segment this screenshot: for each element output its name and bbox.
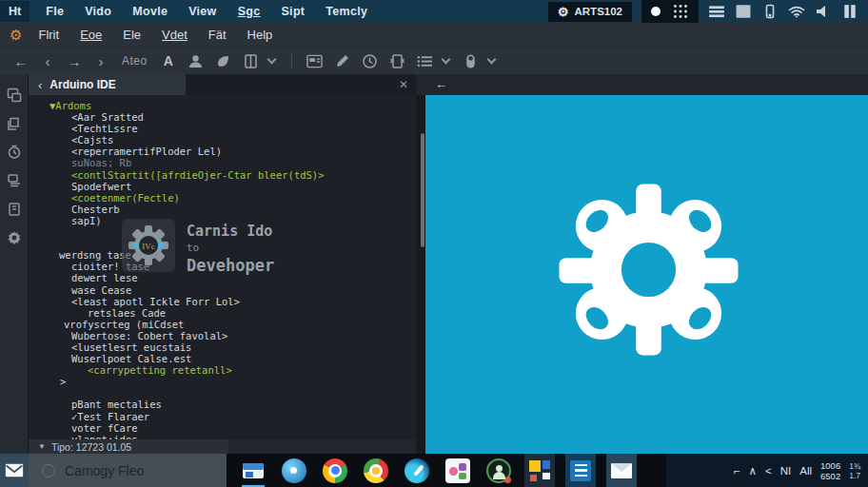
- arts-status-box[interactable]: ⚙ ARTS102: [548, 2, 632, 22]
- code-line: <TechtLssre: [29, 123, 416, 134]
- start-button[interactable]: [0, 454, 29, 487]
- editor-status-bar[interactable]: ▼ Tipo: 12723 01.05: [29, 439, 416, 454]
- menu-item-temcly[interactable]: Temcly: [326, 5, 367, 18]
- code-line: <coetenmer(Fectle): [29, 192, 416, 204]
- tray-chevron-icon[interactable]: <: [765, 465, 772, 477]
- app-menu-fat[interactable]: Fät: [208, 28, 227, 42]
- app-menu-ele[interactable]: Ele: [123, 28, 141, 42]
- tab-arduino-ide[interactable]: ‹ Arduino IDE: [29, 74, 186, 95]
- history-clock-icon[interactable]: [7, 145, 22, 160]
- chevron-left-icon[interactable]: ‹: [36, 53, 59, 69]
- code-line: vrofyscrteg (miCdset: [29, 319, 416, 330]
- close-icon[interactable]: ✕: [399, 78, 408, 91]
- layers-icon[interactable]: [7, 173, 22, 188]
- taskbar-people[interactable]: [483, 454, 514, 487]
- status-text: Tipo: 12723 01.05: [51, 441, 131, 453]
- package-icon[interactable]: [7, 202, 22, 217]
- chevron-down-icon[interactable]: [266, 55, 276, 65]
- code-line: Chesterb: [29, 204, 416, 215]
- taskbar-file-explorer[interactable]: [238, 454, 268, 487]
- code-line: ✓Test Flaraer: [29, 411, 416, 422]
- toolbar-divider: [291, 53, 292, 68]
- system-tray: ⌐ ∧ < NI All 1006 6502 1¾ 1.7: [666, 454, 868, 487]
- tiles-icon: [529, 460, 550, 481]
- volume-icon[interactable]: [815, 4, 832, 19]
- file-explorer-icon: [241, 458, 266, 483]
- tray-clock[interactable]: 1006 6502: [820, 460, 840, 481]
- tray-mini-status[interactable]: 1¾ 1.7: [849, 461, 860, 480]
- edge-pen-icon: [404, 458, 429, 483]
- code-line: pBant mectalies: [29, 399, 416, 410]
- right-panel-header: ←: [416, 74, 868, 95]
- back-arrow-icon[interactable]: ←: [10, 53, 32, 69]
- menu-item-video[interactable]: Vido: [85, 5, 111, 18]
- code-line: voter fCare: [29, 422, 416, 434]
- tray-up-icon[interactable]: ∧: [749, 464, 757, 477]
- image-icon[interactable]: [306, 53, 323, 69]
- panel-back-arrow-icon[interactable]: ←: [435, 77, 447, 91]
- menu-item-sgc[interactable]: Sgc: [238, 5, 261, 18]
- forward-arrow-icon[interactable]: →: [63, 53, 86, 69]
- status-expand-icon[interactable]: ▼: [38, 442, 46, 451]
- window-square-icon[interactable]: [735, 4, 752, 19]
- chevron-down-icon[interactable]: [441, 55, 450, 65]
- taskbar-search[interactable]: Camogy Fleo: [29, 454, 227, 487]
- toggle-icon[interactable]: [463, 53, 479, 69]
- tray-lang-ni[interactable]: NI: [780, 465, 792, 477]
- tab-back-icon[interactable]: ‹: [38, 78, 42, 92]
- code-line: suNoas; Rb: [29, 157, 416, 168]
- user-icon[interactable]: [187, 53, 204, 69]
- indicator-box[interactable]: [641, 0, 699, 23]
- taskbar-chrome[interactable]: [320, 454, 350, 487]
- app-menu-foe[interactable]: Eoe: [80, 28, 102, 42]
- code-line: Spodefwert: [29, 181, 416, 192]
- code-line: <least apotl Ickle Forr Lol>: [29, 296, 416, 307]
- bold-a-button[interactable]: A: [157, 53, 180, 68]
- scrollbar-thumb[interactable]: [421, 133, 424, 247]
- mail-envelope-icon: [611, 463, 632, 478]
- mini-top: 1¾: [849, 461, 860, 471]
- book-icon[interactable]: [243, 53, 259, 69]
- tray-lang-all[interactable]: All: [799, 465, 812, 477]
- circle-indicator-icon: [651, 7, 661, 16]
- list-icon[interactable]: [417, 53, 433, 69]
- menu-item-movie[interactable]: Movle: [132, 5, 168, 18]
- clock-icon[interactable]: [362, 53, 378, 69]
- gear-icon: ⚙: [558, 5, 569, 19]
- pages-icon[interactable]: [7, 116, 22, 131]
- settings-gear-icon[interactable]: [7, 230, 22, 245]
- wifi-icon[interactable]: [788, 4, 805, 19]
- chevron-down-icon[interactable]: [486, 55, 496, 65]
- address-label[interactable]: Ateo: [122, 54, 148, 68]
- leaf-icon[interactable]: [215, 53, 231, 69]
- code-area[interactable]: ▼Ardoms <Aar Sratted <TechtLssre <Cajsts…: [29, 95, 416, 439]
- tray-hide-icon[interactable]: ⌐: [734, 465, 740, 477]
- taskbar-browser2[interactable]: [361, 454, 391, 487]
- app-menu-vdet[interactable]: Vdet: [162, 28, 187, 42]
- doc-arrows-icon[interactable]: [389, 53, 405, 69]
- pause-icon[interactable]: [841, 4, 858, 19]
- app-menu-help[interactable]: Help: [247, 28, 273, 42]
- app-menu-print[interactable]: Flrit: [38, 28, 59, 42]
- taskbar-tiles-app[interactable]: [524, 454, 555, 487]
- toolbar: ← ‹ → › Ateo A: [0, 48, 868, 74]
- taskbar-cortana[interactable]: [279, 454, 309, 487]
- menu-item-file[interactable]: Fle: [46, 5, 64, 18]
- app-gear-icon[interactable]: ⚙: [10, 27, 22, 44]
- os-logo[interactable]: Ht: [0, 1, 30, 22]
- brand-title: Carnis Ido: [187, 223, 274, 240]
- phone-icon[interactable]: [761, 4, 779, 19]
- taskbar-edge[interactable]: [402, 454, 432, 487]
- menu-item-sipt[interactable]: Sipt: [281, 5, 305, 18]
- taskbar-mail[interactable]: [606, 454, 637, 487]
- pencil-icon[interactable]: [334, 53, 350, 69]
- code-line: >: [29, 376, 416, 387]
- clock-time: 1006: [820, 460, 840, 471]
- menu-item-view[interactable]: View: [188, 5, 216, 18]
- menu-lines-icon[interactable]: [708, 4, 725, 19]
- chevron-right-icon[interactable]: ›: [89, 53, 112, 69]
- taskbar-store-app[interactable]: [565, 454, 596, 487]
- search-text: Camogy Fleo: [65, 463, 144, 478]
- taskbar-photos[interactable]: [443, 454, 473, 487]
- screens-icon[interactable]: [7, 88, 22, 103]
